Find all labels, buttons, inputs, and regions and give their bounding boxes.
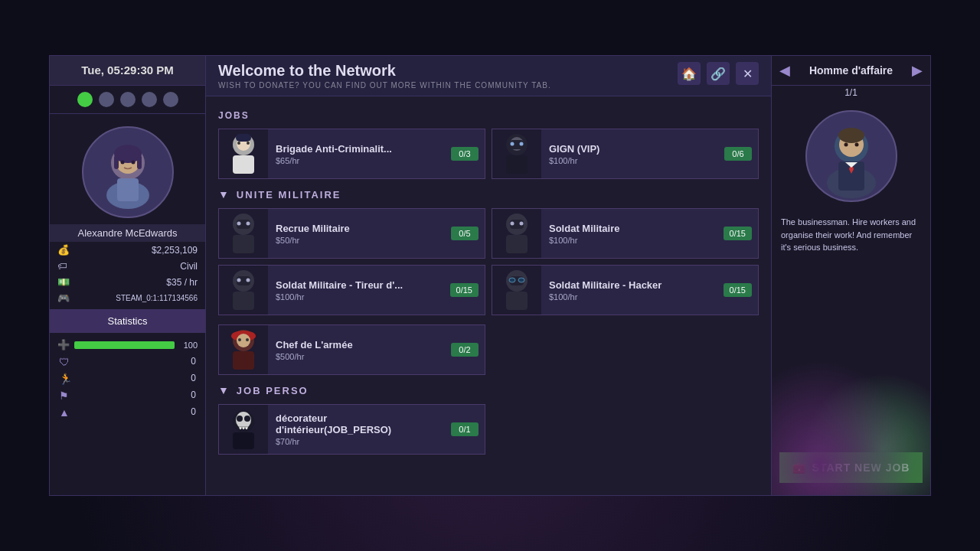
flag-value: 0 (191, 390, 196, 402)
network-button[interactable]: 🔗 (707, 62, 730, 85)
status-dots (50, 86, 205, 114)
job-gign[interactable]: GIGN (VIP) $100/hr 0/6 (492, 129, 759, 179)
job-soldat-tireur[interactable]: Soldat Militaire - Tireur d'... $100/hr … (218, 265, 485, 315)
militaire-arrow: ▼ (218, 188, 230, 201)
svg-point-37 (237, 279, 241, 282)
job-soldat[interactable]: Soldat Militaire $100/hr 0/15 (492, 208, 759, 259)
main-window: Tue, 05:29:30 PM (49, 55, 931, 496)
decorateur-avatar (219, 405, 268, 454)
run-row: 🏃 0 (50, 370, 205, 387)
chef-badge: 0/2 (451, 343, 479, 357)
health-row: ➕ 100 (50, 337, 205, 352)
recrue-info: Recrue Militaire $50/hr (268, 218, 451, 249)
role-description: The businessman. Hire workers and organi… (772, 208, 930, 262)
steam-value: STEAM_0:1:117134566 (116, 294, 198, 302)
svg-rect-12 (236, 134, 251, 142)
soldat-info: Soldat Militaire $100/hr (541, 218, 724, 249)
clock: Tue, 05:29:30 PM (81, 64, 174, 77)
svg-point-44 (518, 278, 524, 282)
job-decorateur[interactable]: décorateur d'intérieur(JOB_PERSO) $70/hr… (218, 404, 485, 455)
svg-rect-10 (233, 155, 254, 174)
shield-icon: 🛡 (59, 356, 70, 368)
dot-2 (99, 92, 114, 107)
soldat-hacker-pay: $100/hr (549, 292, 716, 302)
svg-point-13 (237, 142, 240, 145)
decorateur-pay: $70/hr (276, 437, 443, 446)
soldat-hacker-info: Soldat Militaire - Hacker $100/hr (541, 275, 724, 306)
brigade-badge: 0/3 (451, 147, 479, 161)
role-count: 1/1 (844, 86, 858, 104)
role-prev-button[interactable]: ◀ (779, 62, 790, 79)
soldat-tireur-badge: 0/15 (450, 283, 479, 297)
statistics-button[interactable]: Statistics (50, 309, 205, 333)
recrue-pay: $50/hr (276, 236, 443, 245)
recrue-avatar (219, 209, 268, 258)
dot-4 (142, 92, 157, 107)
dot-3 (120, 92, 136, 107)
svg-point-6 (120, 161, 124, 165)
role-nav: ◀ Homme d'affaire ▶ (772, 56, 930, 86)
jobs-area: JOBS Brigade An (206, 96, 771, 495)
main-content: Welcome to the Network WISH TO DONATE? Y… (206, 56, 771, 495)
top-jobs-grid: Brigade Anti-Criminalit... $65/hr 0/3 (218, 129, 759, 179)
income-value: $35 / hr (166, 277, 198, 288)
chevron-value: 0 (191, 406, 196, 419)
role-avatar (805, 110, 897, 202)
svg-point-32 (520, 222, 524, 226)
svg-rect-52 (233, 432, 254, 449)
svg-point-43 (509, 278, 515, 282)
svg-rect-46 (233, 351, 254, 370)
militaire-jobs-grid: Recrue Militaire $50/hr 0/5 (218, 208, 759, 315)
jobs-label: JOBS (218, 106, 759, 121)
money-value: $2,253,109 (152, 245, 198, 256)
dot-1 (77, 92, 93, 107)
svg-rect-58 (243, 427, 244, 429)
close-button[interactable]: ✕ (736, 62, 759, 85)
top-bar: Welcome to the Network WISH TO DONATE? Y… (206, 56, 771, 96)
job-chef[interactable]: Chef de L'armée $500/hr 0/2 (218, 324, 485, 375)
gign-title: GIGN (VIP) (549, 143, 717, 155)
player-name: Alexandre McEdwards (50, 224, 205, 242)
svg-point-63 (838, 128, 864, 143)
svg-rect-22 (233, 235, 254, 253)
soldat-tireur-pay: $100/hr (276, 292, 443, 302)
rank-value: Civil (180, 261, 198, 272)
soldat-pay: $100/hr (549, 236, 716, 245)
svg-rect-28 (506, 235, 528, 253)
svg-rect-4 (114, 155, 119, 169)
svg-rect-34 (233, 292, 254, 310)
home-button[interactable]: 🏠 (678, 62, 701, 85)
svg-point-65 (854, 143, 858, 147)
job-recrue[interactable]: Recrue Militaire $50/hr 0/5 (218, 208, 485, 259)
soldat-badge: 0/15 (724, 227, 752, 240)
soldat-tireur-info: Soldat Militaire - Tireur d'... $100/hr (268, 275, 450, 306)
window-subtitle: WISH TO DONATE? YOU CAN FIND OUT MORE WI… (218, 81, 551, 90)
icon-stats: 🛡 0 🏃 0 ⚑ 0 ▲ 0 (50, 354, 205, 421)
decorateur-title: décorateur d'intérieur(JOB_PERSO) (276, 412, 443, 435)
chef-title: Chef de L'armée (276, 339, 443, 350)
section-job-perso: ▼ JOB PERSO (218, 384, 759, 396)
money-row: 💰 $2,253,109 (50, 242, 205, 258)
right-panel-content: ◀ Homme d'affaire ▶ 1/1 (772, 56, 930, 262)
job-soldat-hacker[interactable]: Soldat Militaire - Hacker $100/hr 0/15 (492, 265, 759, 315)
soldat-title: Soldat Militaire (549, 223, 716, 234)
soldat-hacker-avatar (492, 266, 541, 315)
chef-grid: Chef de L'armée $500/hr 0/2 (218, 324, 759, 375)
top-bar-left: Welcome to the Network WISH TO DONATE? Y… (218, 62, 551, 90)
svg-rect-5 (137, 155, 142, 169)
section-militaire: ▼ UNITE MILITAIRE (218, 188, 759, 201)
shield-row: 🛡 0 (50, 354, 205, 370)
money-icon: 💰 (57, 244, 70, 256)
role-next-button[interactable]: ▶ (912, 62, 923, 79)
svg-point-50 (246, 338, 249, 341)
chevron-icon: ▲ (59, 406, 70, 419)
job-brigade[interactable]: Brigade Anti-Criminalit... $65/hr 0/3 (218, 129, 485, 179)
steam-icon: 🎮 (57, 292, 70, 304)
health-bar (74, 341, 175, 349)
svg-point-54 (237, 416, 243, 422)
player-avatar (82, 126, 174, 218)
decorateur-badge: 0/1 (451, 422, 479, 436)
chevron-row: ▲ 0 (50, 404, 205, 421)
perso-grid: décorateur d'intérieur(JOB_PERSO) $70/hr… (218, 404, 759, 455)
window-title: Welcome to the Network (218, 62, 551, 80)
